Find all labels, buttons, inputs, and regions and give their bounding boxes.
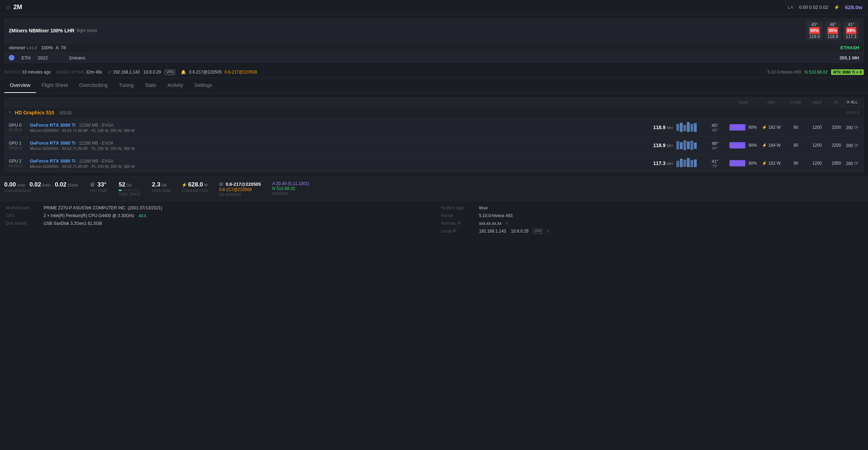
load-avg-block: 0.00 1min 0.02 5min 0.02 15min LOAD AVER…: [4, 181, 78, 193]
svg-rect-13: [680, 159, 683, 167]
stats-row: 0.00 1min 0.02 5min 0.02 15min LOAD AVER…: [0, 177, 868, 201]
temp-val-0: 45°: [811, 22, 818, 27]
ip-val2: 10.8.0.29: [143, 70, 161, 75]
gpu-hash-col-1: 118.9 MH: [631, 142, 673, 148]
header-mem: MEM: [806, 100, 828, 104]
gpu-temp-col-0: 45° 88°: [701, 123, 729, 132]
header-pl: PL: [828, 100, 845, 104]
gpu-table: TEMP FAN CORE MEM PL ⟳ all * HD Graphics…: [4, 97, 864, 172]
gpu-mem-col-2: 1200: [806, 161, 828, 166]
tab-overclocking[interactable]: Overclocking: [74, 78, 113, 93]
fan-bar-2: 89%: [846, 27, 856, 34]
free-ram-label: FREE RAM: [152, 189, 170, 193]
system-info-grid: Motherboard PRIME Z270-P ASUSTeK COMPUTE…: [0, 201, 868, 238]
consumption-block: ⚡ 628.0 W CONSUMPTION: [181, 181, 208, 193]
local-ip-copy-icon[interactable]: ⎘: [547, 229, 549, 234]
svg-rect-14: [683, 160, 686, 167]
gpu-row-1: GPU 1 04:00.0 GeForce RTX 3080 Ti 12288 …: [5, 137, 863, 154]
miner-binary: nbminer v.41.0: [9, 45, 37, 50]
uptime-val: 32m 49s: [86, 70, 102, 75]
tab-stats[interactable]: Stats: [139, 78, 162, 93]
hive-ver: 5.10.0-hiveos #83: [767, 70, 801, 75]
coin-hashrate: 355.1 MH: [840, 55, 859, 61]
hash-val-0: 118.9: [809, 34, 820, 39]
gpu-model-1: GeForce RTX 3080 Ti 12288 MB · EVGA: [30, 140, 631, 146]
motherboard-val: PRIME Z270-P ASUSTeK COMPUTER INC. (2001…: [44, 205, 162, 210]
cpu-temp-block: 🖥 33° CPU TEMP: [89, 181, 108, 193]
storage-bar: [119, 190, 140, 191]
tab-tuning[interactable]: Tuning: [113, 78, 139, 93]
os-version-block: ⊞ 0.6-217@220505 0.6-217@220508 OS VERSI…: [219, 181, 261, 197]
uptime-item: MINER UPTIME 32m 49s: [57, 70, 102, 75]
storage-fill: [119, 190, 122, 191]
version-item: 🔔 0.6-217@220505 0.6-217@220508: [181, 70, 257, 75]
la-5min: 0.02 5min: [30, 181, 51, 188]
svg-rect-10: [690, 141, 693, 150]
igpu-name: HD Graphics 510: [15, 110, 54, 115]
gpu-core-col-1: 90: [785, 143, 806, 148]
gpu-mem-col-1: 1200: [806, 143, 828, 148]
temp-val-2: 41°: [848, 22, 854, 27]
os-version-label: OS VERSION: [219, 193, 241, 197]
status-bar: BOOTED 33 minutes ago MINER UPTIME 32m 4…: [0, 66, 868, 78]
gpu-row-2: GPU 2 05:00.0 GeForce RTX 3080 Ti 12288 …: [5, 154, 863, 172]
drivers-label: DRIVERS: [272, 192, 288, 196]
temp-box-2: 41° 89% 117.3: [843, 21, 859, 40]
gpu-temp-col-2: 41° 78°: [701, 159, 729, 168]
gpu-power-col-2: ⚡ 162 W: [757, 161, 785, 166]
motherboard-key: Motherboard: [6, 205, 41, 210]
tab-overview[interactable]: Overview: [4, 78, 36, 93]
tab-flight-sheet[interactable]: Flight Sheet: [36, 78, 74, 93]
coin-name: ETH: [21, 55, 31, 61]
miner-header: 2Miners NBMiner 100% LHR flight sheet 45…: [5, 19, 863, 43]
gpu-pl-col-0: 2200: [828, 125, 845, 130]
svg-rect-12: [676, 161, 679, 167]
eth-icon: [9, 55, 14, 61]
svg-rect-5: [694, 123, 697, 132]
miner-percent: 100%: [41, 45, 53, 50]
igpu-brand: · ASUS: [57, 110, 72, 115]
gpu-info-1: GeForce RTX 3080 Ti 12288 MB · EVGA Micr…: [30, 140, 631, 151]
algo-label: ETHASH: [841, 45, 859, 50]
cpu-key: CPU: [6, 213, 41, 218]
remote-ip-copy-icon[interactable]: ⎘: [506, 221, 508, 226]
gpu-id-2: GPU 2: [9, 159, 30, 164]
tune-icon-1[interactable]: ⟳: [854, 142, 859, 148]
tune-icon-0[interactable]: ⟳: [854, 125, 859, 130]
version-icon: 🔔: [181, 70, 186, 75]
gpu-fan-col-2: 90%: [729, 160, 757, 166]
integrated-gpu-row: * HD Graphics 510 · ASUS 00:02.0: [5, 107, 863, 119]
gpu-info-0: GeForce RTX 3080 Ti 12288 MB · EVGA Micr…: [30, 122, 631, 133]
tab-settings[interactable]: Settings: [189, 78, 218, 93]
gpu-model-0: GeForce RTX 3080 Ti 12288 MB · EVGA: [30, 122, 631, 128]
hash-val-1: 118.9: [828, 34, 838, 39]
local-ip-row: Local IP 192.168.1.143 10.8.0.29 VPN ⎘: [441, 229, 862, 234]
booted-item: BOOTED 33 minutes ago: [4, 70, 51, 75]
star-icon[interactable]: ☆: [6, 4, 11, 11]
gpu-time-0: 01:00.0: [9, 128, 30, 132]
rig-name: 2M: [13, 4, 22, 11]
miner-detail-row: nbminer v.41.0 100% A 78 ETHASH: [5, 43, 863, 53]
gpu-spec-1: Micron GDDR6X · 94.02.71.80.BF · PL 100 …: [30, 146, 631, 151]
gpu-hash-col-2: 117.3 MH: [631, 160, 673, 166]
tab-activity[interactable]: Activity: [162, 78, 189, 93]
gpu-time-1: 04:00.0: [9, 146, 30, 150]
fan-bar-1: 90%: [828, 27, 838, 34]
top-bar: ☆ 2M LA 0.00 0.02 0.02 ⚡ 628.0w: [0, 0, 868, 15]
header-temp: TEMP: [729, 100, 757, 104]
gpu-row-0: GPU 0 01:00.0 GeForce RTX 3080 Ti 12288 …: [5, 119, 863, 137]
gpu-time-2: 05:00.0: [9, 164, 30, 168]
header-all: ⟳ all: [845, 100, 859, 104]
temp-val-1: 48°: [830, 22, 836, 27]
tabs: Overview Flight Sheet Overclocking Tunin…: [0, 78, 868, 93]
gpu-table-header: TEMP FAN CORE MEM PL ⟳ all: [5, 98, 863, 107]
tune-icon-2[interactable]: ⟳: [854, 160, 859, 166]
header-core: CORE: [785, 100, 806, 104]
gpu-spec-0: Micron GDDR6X · 94.02.71.80.BF · PL 100 …: [30, 128, 631, 133]
remote-ip-val: xxx.xx.xx.xx: [479, 221, 502, 226]
gpu-tune-col-2: 290 ⟳: [845, 160, 859, 166]
fan-bar-0: 90%: [809, 27, 820, 34]
lightning-icon: ⚡: [834, 5, 840, 10]
booted-label: BOOTED: [4, 70, 20, 74]
svg-rect-17: [694, 159, 697, 167]
